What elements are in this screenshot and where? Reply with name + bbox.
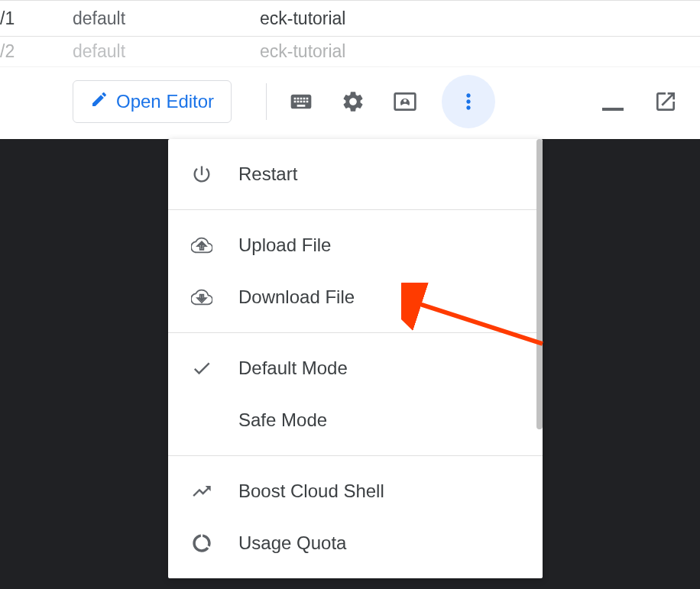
namespace-cell: default: [73, 8, 260, 29]
preview-icon[interactable]: [390, 86, 420, 117]
more-options-button[interactable]: [442, 75, 495, 128]
name-cell: eck-tutorial: [260, 41, 345, 62]
scrollbar[interactable]: [536, 139, 543, 429]
gear-icon[interactable]: [338, 86, 368, 117]
pencil-icon: [90, 90, 109, 113]
data-usage-icon: [190, 531, 214, 555]
table-row[interactable]: /2 default eck-tutorial: [0, 37, 700, 67]
menu-label: Default Mode: [238, 358, 348, 379]
menu-item-download[interactable]: Download File: [168, 271, 543, 323]
table-row[interactable]: /1 default eck-tutorial: [0, 0, 700, 37]
row-index: /1: [0, 8, 73, 29]
menu-label: Download File: [238, 286, 355, 308]
menu-label: Boost Cloud Shell: [238, 481, 384, 502]
menu-label: Safe Mode: [238, 409, 327, 431]
menu-label: Upload File: [238, 235, 331, 256]
cloud-download-icon: [190, 285, 214, 309]
cloud-upload-icon: [190, 233, 214, 257]
open-new-window-button[interactable]: [650, 86, 681, 117]
menu-section-tools: Boost Cloud Shell Usage Quota: [168, 456, 543, 578]
menu-item-upload[interactable]: Upload File: [168, 219, 543, 271]
menu-label: Usage Quota: [238, 532, 346, 554]
power-icon: [190, 162, 214, 186]
open-editor-button[interactable]: Open Editor: [73, 80, 232, 123]
menu-section-modes: Default Mode Safe Mode: [168, 333, 543, 456]
toolbar-right: [602, 86, 681, 117]
table-area: /1 default eck-tutorial /2 default eck-t…: [0, 0, 700, 67]
cloud-shell-toolbar: Open Editor: [0, 67, 700, 136]
name-cell: eck-tutorial: [260, 8, 345, 29]
open-editor-label: Open Editor: [116, 91, 214, 112]
toolbar-divider: [266, 83, 267, 120]
check-icon: [190, 356, 214, 380]
minimize-button[interactable]: [602, 92, 624, 111]
minimize-icon: [602, 108, 624, 111]
trending-up-icon: [190, 479, 214, 503]
row-index: /2: [0, 41, 73, 62]
toolbar-icons: [286, 75, 495, 128]
menu-section-files: Upload File Download File: [168, 210, 543, 333]
more-options-menu: Restart Upload File Download File Defaul…: [168, 139, 543, 578]
menu-section-restart: Restart: [168, 139, 543, 210]
menu-item-safe-mode[interactable]: Safe Mode: [168, 394, 543, 446]
menu-item-boost[interactable]: Boost Cloud Shell: [168, 465, 543, 517]
keyboard-icon[interactable]: [286, 86, 316, 117]
menu-item-usage-quota[interactable]: Usage Quota: [168, 517, 543, 569]
menu-label: Restart: [238, 163, 297, 185]
menu-item-default-mode[interactable]: Default Mode: [168, 342, 543, 394]
menu-item-restart[interactable]: Restart: [168, 148, 543, 200]
namespace-cell: default: [73, 41, 260, 62]
